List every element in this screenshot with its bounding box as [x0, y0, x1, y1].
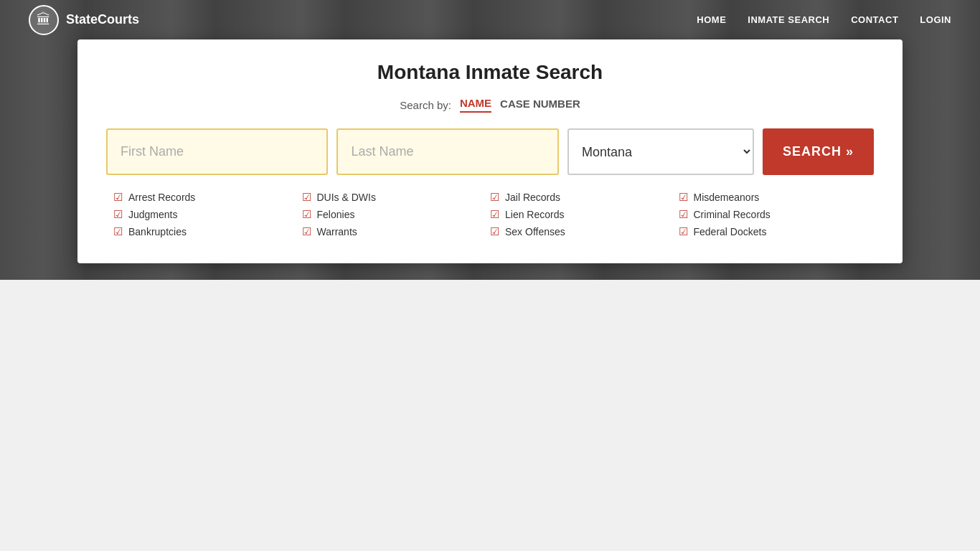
feature-label: Jail Records	[505, 192, 560, 203]
tab-case-number[interactable]: CASE NUMBER	[500, 98, 580, 112]
feature-label: Arrest Records	[128, 192, 195, 203]
feature-criminal-records: ☑ Criminal Records	[679, 208, 867, 221]
feature-judgments: ☑ Judgments	[113, 208, 302, 221]
search-by-row: Search by: NAME CASE NUMBER	[106, 97, 874, 113]
feature-lien-records: ☑ Lien Records	[490, 208, 679, 221]
feature-label: Bankruptcies	[128, 226, 187, 237]
check-icon: ☑	[302, 191, 311, 204]
check-icon: ☑	[113, 225, 123, 238]
feature-duis-dwis: ☑ DUIs & DWIs	[302, 191, 491, 204]
feature-felonies: ☑ Felonies	[302, 208, 491, 221]
feature-misdemeanors: ☑ Misdemeanors	[679, 191, 867, 204]
nav-home[interactable]: HOME	[697, 14, 726, 25]
check-icon: ☑	[490, 225, 499, 238]
logo-icon-circle: 🏛	[29, 5, 59, 35]
check-icon: ☑	[302, 208, 311, 221]
nav-inmate-search[interactable]: INMATE SEARCH	[748, 14, 829, 25]
check-icon: ☑	[490, 208, 499, 221]
feature-label: Criminal Records	[694, 209, 771, 220]
modal-title: Montana Inmate Search	[106, 61, 874, 84]
feature-jail-records: ☑ Jail Records	[490, 191, 679, 204]
top-navigation: 🏛 StateCourts HOME INMATE SEARCH CONTACT…	[0, 0, 980, 39]
last-name-input[interactable]	[336, 128, 558, 175]
check-icon: ☑	[302, 225, 311, 238]
check-icon: ☑	[490, 191, 499, 204]
search-by-label: Search by:	[400, 99, 451, 111]
feature-federal-dockets: ☑ Federal Dockets	[679, 225, 867, 238]
nav-login[interactable]: LOGIN	[920, 14, 951, 25]
nav-links: HOME INMATE SEARCH CONTACT LOGIN	[697, 14, 951, 25]
feature-label: Misdemeanors	[694, 192, 760, 203]
feature-label: Lien Records	[505, 209, 565, 220]
feature-label: Warrants	[317, 226, 357, 237]
search-modal: Montana Inmate Search Search by: NAME CA…	[77, 39, 903, 263]
check-icon: ☑	[113, 208, 123, 221]
state-select[interactable]: Montana Alabama Alaska Arizona Californi…	[567, 128, 754, 175]
nav-contact[interactable]: CONTACT	[851, 14, 898, 25]
feature-arrest-records: ☑ Arrest Records	[113, 191, 302, 204]
feature-bankruptcies: ☑ Bankruptcies	[113, 225, 302, 238]
feature-label: Judgments	[128, 209, 177, 220]
site-name: StateCourts	[66, 12, 139, 27]
features-grid: ☑ Arrest Records ☑ DUIs & DWIs ☑ Jail Re…	[106, 191, 874, 238]
feature-label: Felonies	[317, 209, 355, 220]
first-name-input[interactable]	[106, 128, 328, 175]
check-icon: ☑	[113, 191, 123, 204]
feature-warrants: ☑ Warrants	[302, 225, 491, 238]
feature-label: Federal Dockets	[694, 226, 767, 237]
feature-label: DUIs & DWIs	[317, 192, 376, 203]
check-icon: ☑	[679, 208, 688, 221]
check-icon: ☑	[679, 225, 688, 238]
column-icon: 🏛	[37, 11, 51, 28]
feature-sex-offenses: ☑ Sex Offenses	[490, 225, 679, 238]
check-icon: ☑	[679, 191, 688, 204]
search-inputs-row: Montana Alabama Alaska Arizona Californi…	[106, 128, 874, 175]
search-button[interactable]: SEARCH »	[763, 128, 874, 175]
feature-label: Sex Offenses	[505, 226, 565, 237]
logo-area[interactable]: 🏛 StateCourts	[29, 5, 139, 35]
tab-name[interactable]: NAME	[460, 97, 491, 113]
header: COURTHOUSE 🏛 StateCourts HOME INMATE SEA…	[0, 0, 980, 280]
